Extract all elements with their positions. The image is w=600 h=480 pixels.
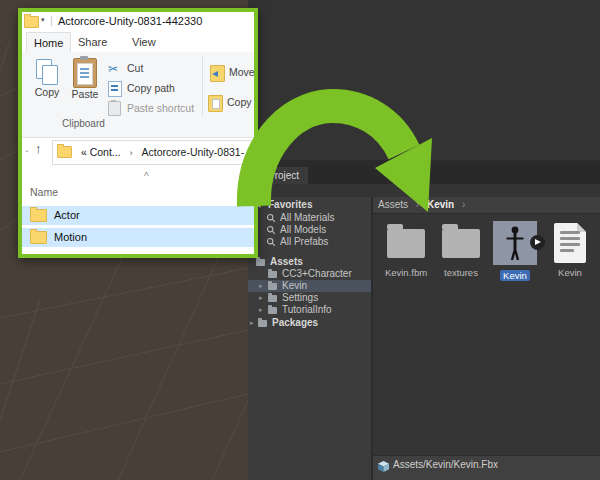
project-panel-toolbar: + ▾: [248, 184, 600, 198]
tree-settings[interactable]: ▸ Settings: [248, 292, 371, 304]
folder-icon: [268, 295, 277, 302]
address-bar-row: ⌄ ↑ « Cont... › Actorcore-Unity-0831-: [22, 138, 254, 166]
paste-button[interactable]: Paste: [66, 56, 104, 118]
paste-label: Paste: [66, 88, 104, 100]
up-arrow-icon[interactable]: ↑: [35, 141, 42, 156]
titlebar-divider: |: [50, 14, 53, 26]
tree-label: TutorialInfo: [282, 304, 332, 316]
create-dropdown-icon[interactable]: ▾: [263, 183, 267, 195]
project-content-area: Assets › Kevin › Kevin.fbm textures: [373, 197, 600, 480]
folder-icon: [268, 283, 277, 290]
ribbon-tabs: Home Share View: [22, 32, 254, 53]
tree-label: Settings: [282, 292, 318, 304]
search-icon: [266, 237, 276, 247]
tree-all-materials[interactable]: All Materials: [248, 212, 371, 224]
tree-assets[interactable]: Assets: [248, 256, 371, 268]
tree-packages[interactable]: ▸ Packages: [248, 317, 371, 329]
tree-label: All Models: [280, 224, 326, 236]
folder-icon: [442, 229, 480, 258]
tree-label: All Materials: [280, 212, 334, 224]
sort-ascending-icon[interactable]: ^: [144, 172, 149, 182]
chevron-right-icon: ›: [130, 148, 133, 158]
folder-icon: [258, 320, 267, 327]
project-tree: ★ Favorites All Materials All Models All…: [248, 197, 371, 480]
selected-asset-path: Assets/Kevin/Kevin.Fbx: [393, 459, 498, 470]
asset-item-kevin-document[interactable]: Kevin: [548, 221, 592, 278]
scissors-icon: ✂: [108, 61, 118, 77]
tree-label: Packages: [272, 317, 318, 329]
expand-arrow-icon[interactable]: ▸: [259, 306, 263, 314]
copy-to-icon: [208, 95, 223, 112]
tab-share[interactable]: Share: [78, 32, 107, 52]
tree-label: Kevin: [282, 280, 307, 292]
search-icon: [266, 213, 276, 223]
clipboard-group-label: Clipboard: [62, 118, 105, 129]
expand-arrow-icon[interactable]: ▸: [259, 282, 263, 290]
tab-view[interactable]: View: [132, 32, 156, 52]
file-name: Motion: [54, 228, 87, 247]
chevron-right-icon: ›: [462, 199, 465, 210]
copy-to-label: Copy t: [227, 94, 254, 110]
asset-item-kevin-fbm[interactable]: Kevin.fbm: [384, 221, 428, 278]
asset-item-kevin-model[interactable]: Kevin: [493, 221, 537, 283]
file-row-motion[interactable]: Motion: [22, 228, 254, 247]
search-icon: [266, 225, 276, 235]
copy-path-label: Copy path: [127, 80, 175, 96]
model-cube-icon: [377, 460, 390, 473]
folder-icon: [387, 229, 425, 258]
explorer-titlebar[interactable]: ▾ | Actorcore-Unity-0831-442330: [22, 12, 254, 32]
tree-label: Assets: [270, 256, 303, 268]
copy-label: Copy: [28, 86, 66, 98]
breadcrumb-current[interactable]: Kevin: [427, 199, 454, 210]
breadcrumb-collapsed[interactable]: « Cont...: [81, 146, 121, 158]
paste-shortcut-icon: [108, 101, 121, 116]
move-to-icon: [210, 65, 225, 82]
tree-cc3-character[interactable]: CC3+Character: [248, 268, 371, 280]
tree-all-prefabs[interactable]: All Prefabs: [248, 236, 371, 248]
expand-arrow-icon[interactable]: ▸: [250, 319, 254, 327]
play-preview-icon[interactable]: [530, 235, 545, 250]
tab-home[interactable]: Home: [26, 32, 71, 53]
breadcrumb-current-folder[interactable]: Actorcore-Unity-0831-: [141, 146, 244, 158]
project-panel-tabbar: Project: [248, 166, 600, 185]
folder-icon: [30, 209, 47, 222]
copy-icon: [34, 58, 60, 86]
ribbon-group-separator: [202, 56, 203, 116]
copy-button[interactable]: Copy: [28, 56, 66, 118]
file-list: ^ Name Actor Motion: [22, 168, 254, 254]
tab-project[interactable]: Project: [252, 167, 308, 184]
project-tab-label: Project: [268, 170, 299, 181]
asset-label: textures: [439, 267, 483, 278]
folder-icon: [24, 16, 39, 28]
paste-icon: [73, 58, 97, 88]
folder-icon: [256, 259, 265, 266]
name-column-header[interactable]: Name: [30, 186, 58, 198]
tree-all-models[interactable]: All Models: [248, 224, 371, 236]
expand-arrow-icon[interactable]: ▸: [259, 294, 263, 302]
qat-dropdown-icon[interactable]: ▾: [41, 16, 45, 24]
folder-icon: [268, 307, 277, 314]
breadcrumb-root[interactable]: Assets: [378, 199, 408, 210]
chevron-right-icon: ›: [416, 199, 419, 210]
asset-label: Kevin: [548, 267, 592, 278]
asset-label: Kevin.fbm: [384, 267, 428, 278]
nav-dropdown-icon[interactable]: ⌄: [24, 146, 30, 154]
address-bar[interactable]: « Cont... › Actorcore-Unity-0831-: [52, 140, 258, 165]
document-icon: [554, 223, 586, 263]
folder-icon: [30, 231, 47, 244]
tree-favorites[interactable]: ★ Favorites: [248, 199, 371, 211]
folder-icon: [268, 271, 277, 278]
tree-label: All Prefabs: [280, 236, 328, 248]
tree-label: CC3+Character: [282, 268, 352, 280]
tree-label: Favorites: [268, 199, 312, 211]
window-title: Actorcore-Unity-0831-442330: [58, 15, 202, 27]
tree-kevin[interactable]: ▸ Kevin: [248, 280, 371, 292]
copy-path-icon: [108, 81, 122, 97]
tree-tutorialinfo[interactable]: ▸ TutorialInfo: [248, 304, 371, 316]
explorer-window: ▾ | Actorcore-Unity-0831-442330 Home Sha…: [18, 8, 258, 258]
cut-label: Cut: [127, 60, 143, 76]
file-name: Actor: [54, 206, 80, 225]
asset-item-textures[interactable]: textures: [439, 221, 483, 278]
status-bar: Assets/Kevin/Kevin.Fbx: [373, 455, 600, 480]
file-row-actor[interactable]: Actor: [22, 206, 254, 225]
